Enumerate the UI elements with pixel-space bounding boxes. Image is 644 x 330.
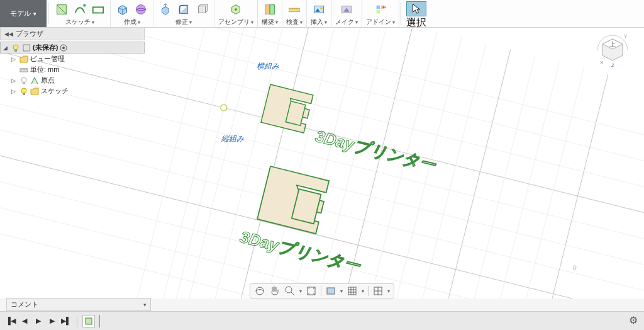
modify-group-label[interactable]: 修正: [175, 18, 192, 26]
workspace-dropdown[interactable]: モデル: [0, 0, 47, 27]
comment-label: コメント: [11, 300, 38, 309]
select-group-label[interactable]: 選択: [406, 16, 426, 30]
addins-group-label[interactable]: アドイン: [366, 18, 395, 26]
svg-point-69: [286, 287, 292, 293]
timeline-sketch-feature[interactable]: [82, 315, 95, 327]
svg-line-38: [346, 31, 437, 299]
timeline-last-button[interactable]: ▶▌: [60, 316, 72, 327]
svg-line-43: [468, 62, 559, 299]
svg-line-41: [419, 50, 511, 299]
svg-rect-2: [93, 7, 104, 13]
create-group-label[interactable]: 作成: [124, 18, 140, 26]
addins-icon[interactable]: [372, 1, 389, 18]
line-icon[interactable]: [72, 1, 88, 18]
grid-icon[interactable]: [347, 285, 358, 297]
svg-point-58: [13, 45, 18, 50]
svg-rect-1: [84, 4, 86, 7]
svg-line-47: [163, 28, 254, 299]
expand-icon[interactable]: ▷: [11, 77, 18, 84]
svg-line-39: [370, 37, 462, 299]
shell-icon[interactable]: [194, 1, 210, 18]
timeline-next-button[interactable]: ▶: [47, 316, 58, 327]
svg-line-26: [0, 154, 644, 299]
tree-item-label: スケッチ: [41, 86, 69, 96]
svg-line-32: [199, 28, 291, 299]
sphere-icon[interactable]: [133, 1, 149, 18]
bulb-icon[interactable]: [19, 87, 28, 96]
ruler-icon: [19, 65, 28, 74]
svg-line-30: [151, 28, 242, 299]
timeline: ▐◀ ◀ ▶ ▶ ▶▌: [0, 311, 644, 330]
svg-point-64: [21, 77, 26, 82]
viewport-layout-icon[interactable]: [372, 285, 384, 297]
svg-rect-65: [23, 82, 25, 84]
pan-icon[interactable]: [269, 285, 280, 297]
tree-root[interactable]: ◢ (未保存): [0, 42, 145, 54]
svg-text:Z: Z: [611, 62, 614, 68]
expand-icon[interactable]: ▷: [11, 88, 18, 94]
browser-title: ブラウザ: [16, 29, 43, 38]
inspect-group-label[interactable]: 検査: [286, 18, 303, 26]
timeline-prev-button[interactable]: ◀: [19, 316, 30, 327]
svg-point-68: [256, 287, 264, 295]
bulb-off-icon[interactable]: [19, 76, 28, 85]
svg-line-42: [443, 55, 535, 299]
timeline-first-button[interactable]: ▐◀: [5, 316, 16, 327]
make-3dprint-icon[interactable]: [338, 1, 355, 18]
view-cube[interactable]: 上 Y X Z: [594, 31, 631, 69]
rectangle-icon[interactable]: [90, 1, 106, 18]
sketch-group-label[interactable]: スケッチ: [65, 18, 94, 26]
svg-point-17: [384, 6, 386, 8]
svg-line-25: [0, 129, 644, 299]
browser-header[interactable]: ◀◀ ブラウザ: [0, 28, 145, 40]
tree-item-units[interactable]: ▷ 単位: mm: [0, 64, 145, 75]
tree-item-origin[interactable]: ▷ 原点: [0, 75, 145, 86]
toolgroup-insert: 挿入: [307, 0, 331, 27]
bulb-icon[interactable]: [11, 43, 20, 52]
target-icon[interactable]: [60, 44, 67, 52]
orbit-icon[interactable]: [254, 285, 265, 297]
measure-icon[interactable]: [286, 1, 303, 18]
expand-icon[interactable]: ◢: [3, 45, 9, 51]
main-toolbar: モデル スケッチ 作成 修正 アセンブリ 構: [0, 0, 644, 28]
svg-rect-15: [377, 10, 380, 13]
select-icon[interactable]: [406, 1, 426, 16]
settings-gear-icon[interactable]: ⚙: [629, 314, 638, 326]
insert-group-label[interactable]: 挿入: [311, 18, 327, 26]
svg-line-36: [297, 28, 389, 299]
fit-icon[interactable]: [306, 285, 317, 297]
assembly-group-label[interactable]: アセンブリ: [218, 18, 253, 26]
fillet-icon[interactable]: [175, 1, 192, 18]
tree-item-label: ビュー管理: [30, 54, 65, 64]
timeline-playhead[interactable]: [99, 315, 100, 327]
svg-text:X: X: [600, 60, 604, 65]
insert-image-icon[interactable]: [311, 1, 327, 18]
nav-bar: ▾ ▾ ▾ ▾: [250, 283, 394, 299]
logo-text-h: 3Dayプリンター: [314, 127, 440, 175]
expand-icon[interactable]: ▷: [11, 56, 18, 62]
toolgroup-create: 作成: [111, 0, 153, 27]
display-style-icon[interactable]: [325, 285, 336, 297]
sketch-horizontal-logo[interactable]: [261, 84, 313, 133]
toolgroup-construct: 構築: [258, 0, 282, 27]
create-sketch-icon[interactable]: [53, 1, 70, 18]
make-group-label[interactable]: メイク: [335, 18, 358, 26]
tree-item-views[interactable]: ▷ ビュー管理: [0, 54, 145, 64]
tree-item-label: 原点: [41, 76, 55, 85]
browser-collapse-icon[interactable]: ◀◀: [4, 31, 13, 37]
box-icon[interactable]: [114, 1, 131, 18]
comment-panel[interactable]: コメント: [6, 298, 151, 311]
svg-rect-73: [348, 287, 356, 295]
svg-line-31: [175, 28, 266, 299]
tree-item-sketch[interactable]: ▷ スケッチ: [0, 86, 145, 96]
sketch-vertical-logo[interactable]: [257, 166, 329, 234]
plane-icon[interactable]: [262, 1, 278, 18]
construct-group-label[interactable]: 構築: [262, 18, 278, 26]
timeline-play-button[interactable]: ▶: [33, 316, 44, 327]
presspull-icon[interactable]: [157, 1, 174, 18]
svg-point-48: [220, 104, 228, 111]
zoom-icon[interactable]: [284, 285, 296, 297]
root-label: (未保存): [33, 43, 58, 52]
joint-icon[interactable]: [228, 1, 244, 18]
toolgroup-assembly: アセンブリ: [214, 0, 258, 27]
